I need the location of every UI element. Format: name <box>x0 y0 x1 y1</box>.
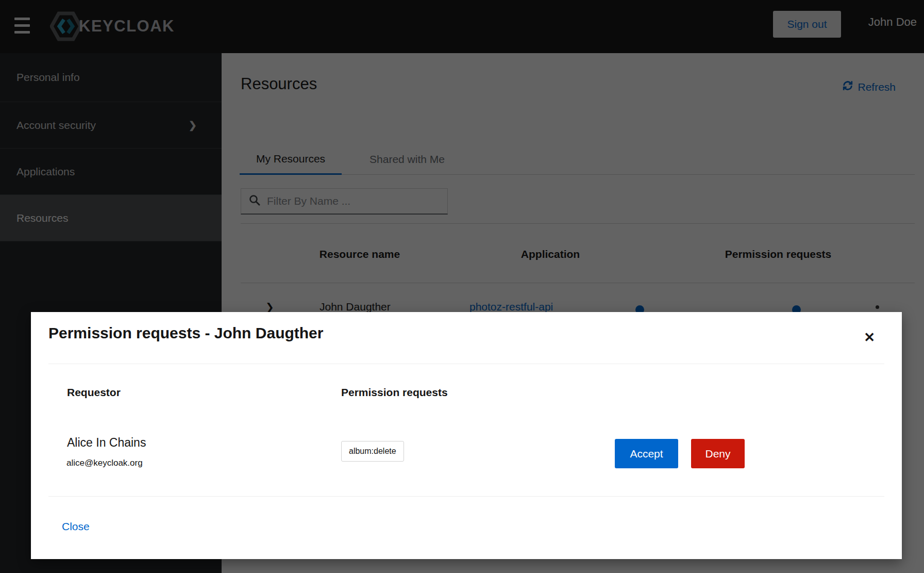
modal-column-requestor: Requestor <box>67 386 121 399</box>
requestor-name: Alice In Chains <box>67 436 146 450</box>
accept-button[interactable]: Accept <box>615 439 678 468</box>
app: KEYCLOAK Sign out John Doe Personal info… <box>0 0 924 573</box>
close-link[interactable]: Close <box>62 520 90 533</box>
modal-title: Permission requests - John Daugther <box>48 324 323 342</box>
permission-requests-modal: Permission requests - John Daugther ✕ Re… <box>31 312 902 559</box>
modal-column-permission-requests: Permission requests <box>341 386 448 399</box>
requestor-email: alice@keycloak.org <box>66 458 143 468</box>
modal-footer-divider <box>48 496 884 497</box>
modal-title-divider <box>48 364 884 364</box>
close-icon[interactable]: ✕ <box>864 331 875 344</box>
deny-button[interactable]: Deny <box>691 439 745 468</box>
scope-badge: album:delete <box>341 441 404 462</box>
